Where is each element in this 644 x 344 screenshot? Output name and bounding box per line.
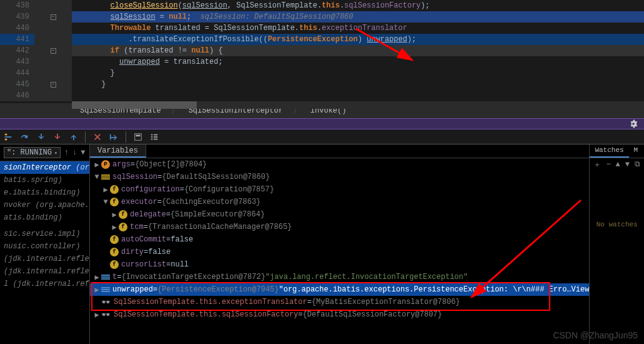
code-content[interactable]: } [72, 68, 644, 79]
evaluate-icon[interactable] [134, 133, 142, 141]
stack-frame[interactable]: l (jdk.internal.reflect) [0, 278, 89, 290]
code-line[interactable]: 445− } [0, 79, 644, 90]
variable-row[interactable]: ▼sqlSession = {DefaultSqlSession@7860} [90, 171, 589, 183]
step-out-icon[interactable] [69, 133, 77, 141]
code-line[interactable]: 438 closeSqlSession(sqlSession, SqlSessi… [0, 0, 644, 11]
watches-panel[interactable]: Watches M ＋ − ▲ ▼ ⧉ No watches [589, 144, 644, 344]
variable-row[interactable]: ▶Pargs = {Object[2]@7804} [90, 158, 589, 171]
tree-toggle[interactable]: ▶ [110, 223, 119, 232]
scroll-thumb[interactable] [72, 101, 197, 109]
code-content[interactable]: sqlSession = null; sqlSession: DefaultSq… [72, 11, 644, 23]
variable-row[interactable]: ▶fconfiguration = {Configuration@7857} [90, 183, 589, 196]
line-number[interactable]: 444 [0, 68, 34, 79]
code-content[interactable]: Throwable translated = SqlSessionTemplat… [72, 23, 644, 34]
code-editor[interactable]: 438 closeSqlSession(sqlSession, SqlSessi… [0, 0, 644, 103]
code-content[interactable]: .translateExceptionIfPossible((Persisten… [72, 34, 644, 45]
gutter[interactable]: − [34, 11, 72, 23]
code-content[interactable] [72, 90, 644, 101]
show-exec-point-icon[interactable] [4, 133, 12, 141]
code-line[interactable]: 443 unwrapped = translated; [0, 56, 644, 68]
gutter[interactable]: − [34, 79, 72, 90]
stack-frame[interactable]: nusic.controller) [0, 240, 89, 253]
line-number[interactable]: 446 [0, 90, 34, 101]
up-icon[interactable]: ▲ [616, 160, 620, 169]
tab-watches[interactable]: Watches [590, 144, 628, 158]
line-number[interactable]: 439 [0, 11, 34, 23]
stack-frame[interactable]: (jdk.internal.reflect) [0, 253, 89, 265]
code-line[interactable]: 440 Throwable translated = SqlSessionTem… [0, 23, 644, 34]
stack-frame[interactable]: sionInterceptor (org.mybatis.spring) [0, 161, 89, 174]
gutter[interactable] [34, 34, 72, 45]
line-number[interactable]: 440 [0, 23, 34, 34]
tab-memory[interactable]: M [629, 144, 643, 158]
tree-toggle[interactable]: ▶ [110, 210, 119, 220]
step-over-icon[interactable] [20, 133, 29, 141]
tab-variables[interactable]: Variables [90, 144, 146, 158]
line-number[interactable]: 443 [0, 56, 34, 68]
tree-toggle[interactable]: ▶ [92, 310, 101, 320]
gutter[interactable] [34, 56, 72, 68]
gutter[interactable] [34, 0, 72, 11]
variable-row[interactable]: ▼fexecutor = {CachingExecutor@7863} [90, 196, 589, 208]
prev-frame-icon[interactable]: ↑ [64, 148, 69, 157]
gutter[interactable]: − [34, 45, 72, 56]
stack-frame[interactable]: sic.service.impl) [0, 228, 89, 240]
variable-row[interactable]: ▶unwrapped = {PersistenceException@7945}… [90, 283, 589, 296]
line-number[interactable]: 445 [0, 79, 34, 90]
variable-row[interactable]: 👓SqlSessionTemplate.this.exceptionTransl… [90, 296, 589, 308]
line-number[interactable]: 442 [0, 45, 34, 56]
code-line[interactable]: 446 [0, 90, 644, 101]
code-line[interactable]: 442− if (translated != null) { [0, 45, 644, 56]
variable-row[interactable]: fcursorList = null [90, 258, 589, 271]
code-line[interactable]: 444 } [0, 68, 644, 79]
line-number[interactable]: 441 [0, 34, 34, 45]
copy-icon[interactable]: ⧉ [635, 160, 640, 169]
tree-toggle[interactable]: ▶ [92, 160, 101, 169]
remove-watch-icon[interactable]: − [606, 160, 610, 169]
variable-row[interactable]: ▶👓SqlSessionTemplate.this.sqlSessionFact… [90, 308, 589, 321]
filter-icon[interactable]: ▼ [81, 148, 85, 157]
code-content[interactable]: if (translated != null) { [72, 45, 644, 56]
down-icon[interactable]: ▼ [625, 160, 630, 169]
run-to-cursor-icon[interactable] [109, 133, 118, 141]
tree-toggle[interactable]: ▶ [101, 185, 110, 195]
variables-tree[interactable]: ▶Pargs = {Object[2]@7804}▼sqlSession = {… [90, 158, 589, 344]
gear-icon[interactable] [629, 119, 638, 128]
stack-frame[interactable]: e.ibatis.binding) [0, 186, 89, 199]
variable-row[interactable]: ▶t = {InvocationTargetException@7872} "j… [90, 271, 589, 283]
tree-toggle[interactable]: ▼ [92, 173, 101, 181]
field-icon: f [119, 223, 127, 231]
gutter[interactable] [34, 23, 72, 34]
code-line[interactable]: 439− sqlSession = null; sqlSession: Defa… [0, 11, 644, 23]
trace-icon[interactable] [150, 133, 159, 141]
variable-row[interactable]: ▶fdelegate = {SimpleExecutor@7864} [90, 208, 589, 221]
tree-toggle[interactable]: ▶ [92, 273, 101, 282]
tree-toggle[interactable]: ▶ [92, 285, 101, 295]
stack-frame[interactable]: atis.binding) [0, 211, 89, 224]
frames-panel[interactable]: ": RUNNING ▾ ↑ ↓ ▼ sionInterceptor (org.… [0, 144, 90, 344]
line-number[interactable]: 438 [0, 0, 34, 11]
glasses-icon: 👓 [101, 310, 111, 320]
gutter[interactable] [34, 68, 72, 79]
add-watch-icon[interactable]: ＋ [593, 159, 601, 170]
variable-row[interactable]: fdirty = false [90, 246, 589, 258]
force-step-into-icon[interactable] [52, 133, 61, 141]
variable-row[interactable]: ▶ftcm = {TransactionalCacheManager@7865} [90, 221, 589, 233]
code-content[interactable]: } [72, 79, 644, 90]
code-line[interactable]: 441 .translateExceptionIfPossible((Persi… [0, 34, 644, 45]
step-into-icon[interactable] [36, 133, 45, 141]
code-content[interactable]: closeSqlSession(sqlSession, SqlSessionTe… [72, 0, 644, 11]
next-frame-icon[interactable]: ↓ [72, 148, 77, 157]
horizontal-scrollbar[interactable] [72, 101, 644, 109]
gutter[interactable] [34, 90, 72, 101]
view-link[interactable]: View [572, 285, 590, 294]
tree-toggle[interactable]: ▼ [101, 198, 110, 206]
stack-frame[interactable]: (jdk.internal.reflect) [0, 265, 89, 278]
stack-frame[interactable]: nvoker (org.apache.ibatis.binding [0, 199, 89, 211]
thread-dropdown[interactable]: ": RUNNING ▾ [4, 147, 61, 158]
debugger-bar [0, 118, 644, 129]
stack-frame[interactable]: batis.spring) [0, 174, 89, 186]
drop-frame-icon[interactable] [93, 133, 102, 141]
variable-row[interactable]: fautoCommit = false [90, 233, 589, 246]
code-content[interactable]: unwrapped = translated; [72, 56, 644, 68]
